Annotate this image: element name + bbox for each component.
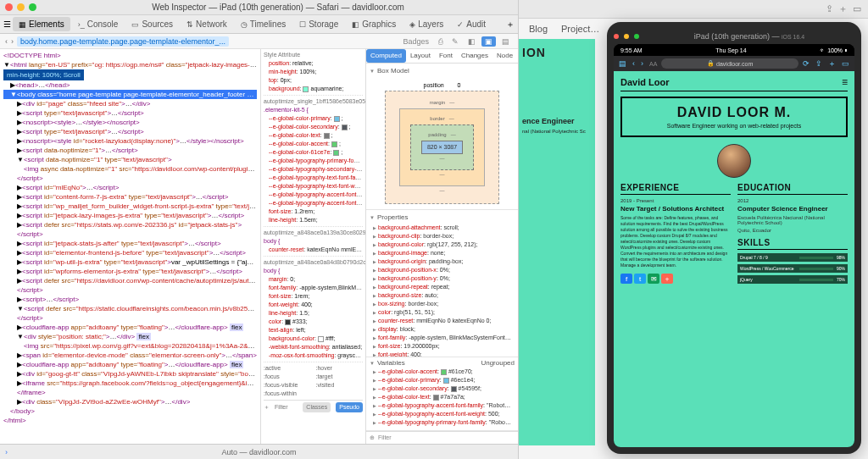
dom-node[interactable]: ▶<script id="wp-util-js-extra" type="tex…: [3, 257, 257, 267]
dom-node[interactable]: ▼<div style="position: static;">…</div> …: [3, 332, 257, 341]
back-icon[interactable]: ‹: [631, 59, 637, 68]
add-rule-icon[interactable]: ＋: [264, 403, 270, 412]
computed-panel[interactable]: Computed Layout Font Changes Node Layers…: [366, 49, 518, 444]
computed-property[interactable]: background-image: none;: [373, 249, 511, 257]
computed-property[interactable]: box-sizing: border-box;: [373, 300, 511, 308]
dom-node[interactable]: ▶<script id="jetpack-lazy-images-js-extr…: [3, 211, 257, 220]
tab-audit[interactable]: ✓Audit: [451, 17, 492, 31]
computed-property[interactable]: background-color: rgb(127, 255, 212);: [373, 241, 511, 249]
dom-node[interactable]: </iframe>: [3, 388, 257, 397]
computed-property[interactable]: counter-reset: mmlEqnNo 0 katexEqnNo 0;: [373, 317, 511, 325]
share-icon[interactable]: ⇪: [814, 59, 824, 68]
dom-node[interactable]: </script>: [3, 230, 257, 239]
dom-node[interactable]: ▼<script data-noptimize="1" type="text/j…: [3, 155, 257, 164]
computed-property[interactable]: font-weight: 400;: [373, 351, 511, 357]
twitter-icon[interactable]: t: [634, 274, 646, 284]
computed-property[interactable]: background-attachment: scroll;: [373, 224, 511, 232]
css-variable[interactable]: --e-global-color-accent: #61ce70;: [373, 368, 511, 376]
computed-tab[interactable]: Computed: [366, 49, 406, 63]
nav-blog[interactable]: Blog: [529, 24, 548, 34]
tab-console[interactable]: ›_Console: [72, 17, 125, 31]
node-tab[interactable]: Node: [492, 49, 517, 63]
tab-layers[interactable]: ◈Layers: [403, 17, 449, 31]
dom-node[interactable]: ▶<script defer src="https://stats.wp.com…: [3, 220, 257, 230]
dom-node[interactable]: </script>: [3, 313, 257, 323]
add-tab-icon[interactable]: ＋: [506, 19, 515, 30]
dom-node[interactable]: ▶<div id="page" class="hfeed site">…</di…: [3, 99, 257, 108]
pseudo-focus-within[interactable]: :focus-within: [264, 390, 311, 398]
dom-node[interactable]: ▶<script id="content-form-7-js-extra" ty…: [3, 192, 257, 202]
dom-node[interactable]: <!DOCTYPE html>: [3, 51, 257, 60]
sidebar-toggle-icon[interactable]: ☰: [3, 19, 11, 29]
computed-property[interactable]: font-size: 19.200000px;: [373, 342, 511, 351]
css-variable[interactable]: --e-global-typography-primary-font-famil…: [373, 418, 511, 427]
computed-property[interactable]: background-position-y: 0%;: [373, 274, 511, 283]
dom-node[interactable]: ▶<div id="goog-gt-tt" class="VIpgJd-yAWN…: [3, 369, 257, 379]
properties-heading[interactable]: Properties: [370, 212, 515, 224]
computed-property[interactable]: background-repeat: repeat;: [373, 283, 511, 291]
css-variable[interactable]: --e-global-typography-accent-font-family…: [373, 401, 511, 410]
pseudo-button[interactable]: Pseudo: [336, 402, 363, 412]
dom-node[interactable]: <img src="https://pixel.wp.com/g.gif?v=e…: [3, 341, 257, 351]
url-bar[interactable]: 🔒 davidloor.com: [661, 58, 798, 69]
breadcrumb-nav-icon[interactable]: ›: [11, 37, 14, 46]
pseudo-focus-visible[interactable]: :focus-visible: [264, 381, 311, 390]
tab-elements[interactable]: ▦Elements: [13, 17, 70, 31]
close-icon[interactable]: [5, 3, 13, 11]
dom-node[interactable]: ▶<script>…</script>: [3, 295, 257, 304]
dom-node[interactable]: ▶<script type="text/javascript">…</scrip…: [3, 127, 257, 136]
style-rule[interactable]: Style Attribute position: relative; min-…: [264, 51, 363, 96]
print-icon[interactable]: ⎙: [435, 36, 446, 47]
layers-tab[interactable]: Layers: [517, 49, 518, 63]
variables-heading[interactable]: Variables: [370, 359, 405, 368]
hamburger-icon[interactable]: ≡: [842, 76, 848, 88]
right-panel-icon[interactable]: ▤: [498, 36, 513, 47]
dom-node[interactable]: ▶<script type="text/javascript">…</scrip…: [3, 108, 257, 118]
dom-node[interactable]: ▶<div class="VIpgJd-ZVi9od-aZ2wEe-wOHMyf…: [3, 397, 257, 406]
minimize-icon[interactable]: [17, 3, 25, 11]
layout-tab[interactable]: Layout: [406, 49, 435, 63]
nav-projects[interactable]: Project…: [561, 24, 599, 34]
dom-node[interactable]: ▶<noscript><style>…</style></noscript>: [3, 118, 257, 127]
breadcrumb-body[interactable]: body.home.page-template.page.page-templa…: [17, 36, 229, 47]
dom-node[interactable]: ▶<cloudflare-app app="addtoany" type="fl…: [3, 360, 257, 369]
share-icon[interactable]: ⇪: [826, 3, 833, 14]
tab-network[interactable]: ⇅Network: [181, 17, 233, 31]
dom-node[interactable]: ▶<head>…</head>: [3, 80, 257, 90]
dom-node[interactable]: ▶<script id="jetpack-stats-js-after" typ…: [3, 239, 257, 248]
styles-panel[interactable]: Style Attribute position: relative; min-…: [261, 49, 366, 444]
filter-icon[interactable]: ⊕: [370, 434, 375, 442]
ungrouped-label[interactable]: Ungrouped: [481, 359, 515, 368]
pseudo-hover[interactable]: :hover: [316, 364, 364, 373]
pseudo-visited[interactable]: :visited: [316, 381, 364, 390]
more-icon[interactable]: ＋: [661, 274, 673, 284]
computed-property[interactable]: background-size: auto;: [373, 291, 511, 300]
style-rule[interactable]: autoptimize_a848ace0a84d8b0790d2c0f6cc… …: [264, 258, 363, 362]
facebook-icon[interactable]: f: [620, 274, 632, 284]
dom-node[interactable]: ▶<script id="mlEqNo">…</script>: [3, 183, 257, 192]
paint-icon[interactable]: ✎: [448, 36, 462, 47]
dom-node[interactable]: ▶<cloudflare-app app="addtoany" type="fl…: [3, 323, 257, 332]
css-variable[interactable]: --e-global-color-text: #7a7a7a;: [373, 393, 511, 401]
layers-view-icon[interactable]: ◧: [465, 36, 479, 47]
dom-node[interactable]: ▶<iframe src="https://graph.facebook.com…: [3, 379, 257, 388]
filter-input[interactable]: Filter: [275, 403, 288, 412]
dom-node[interactable]: ▶<script data-noptimize="1">…</script>: [3, 146, 257, 155]
dom-node[interactable]: ▶<script id="wpforms-elementor-js-extra"…: [3, 267, 257, 276]
computed-property[interactable]: background-position-x: 0%;: [373, 266, 511, 274]
font-tab[interactable]: Font: [435, 49, 457, 63]
dom-node[interactable]: ▼<html lang="en-US" prefix="og: https://…: [3, 60, 257, 69]
computed-property[interactable]: color: rgb(51, 51, 51);: [373, 308, 511, 317]
add-tab-icon[interactable]: ＋: [838, 3, 848, 15]
expand-icon[interactable]: ›: [5, 448, 8, 456]
dom-node[interactable]: ▶<script defer src="https://davidloor.co…: [3, 276, 257, 285]
changes-tab[interactable]: Changes: [457, 49, 492, 63]
reload-icon[interactable]: ⟳: [801, 59, 811, 68]
tab-timelines[interactable]: ◷Timelines: [235, 17, 292, 31]
tab-storage[interactable]: ☐Storage: [293, 17, 344, 31]
dom-node[interactable]: <img async data-noptimize="1" src="https…: [3, 164, 257, 174]
text-size-icon[interactable]: AA: [648, 61, 659, 67]
classes-button[interactable]: Classes: [303, 402, 331, 412]
pseudo-target[interactable]: :target: [316, 373, 364, 381]
computed-property[interactable]: font-family: -apple-system, BlinkMacSyst…: [373, 334, 511, 342]
